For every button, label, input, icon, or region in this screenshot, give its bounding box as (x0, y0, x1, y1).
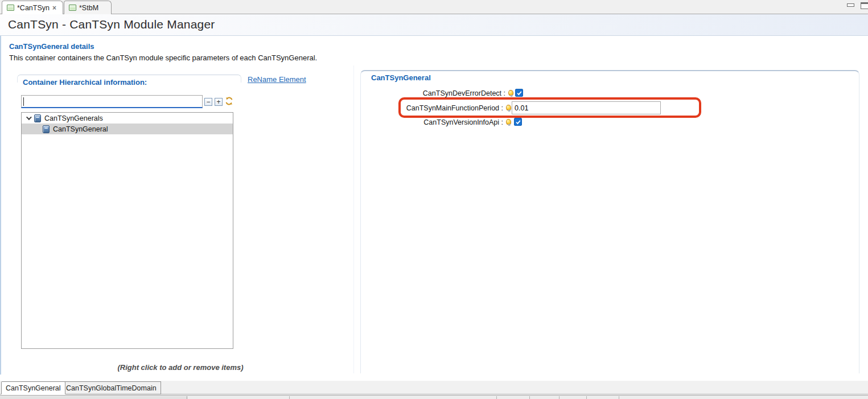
minimize-view-icon[interactable] (847, 3, 854, 7)
form-title-band: CanTSyn - CanTSyn Module Manager (0, 14, 868, 36)
param-label-versioninfoapi: CanTSynVersionInfoApi : (364, 118, 503, 126)
details-description: This container containers the CanTSyn mo… (9, 54, 317, 62)
tree-row-cantsyngenerals[interactable]: CanTSynGenerals (22, 113, 233, 124)
strip-divider (619, 396, 619, 399)
tree-hint-text: (Right click to add or remove items) (21, 363, 340, 372)
text-caret (23, 97, 24, 106)
strip-divider (559, 396, 560, 399)
tree-row-cantsyngeneral[interactable]: CanTSynGeneral (22, 124, 233, 134)
maximize-view-icon[interactable] (861, 2, 868, 9)
hierarchy-section-title: Container Hierarchical information: (20, 78, 149, 87)
rename-element-link[interactable]: ReName Element (248, 75, 306, 84)
tab-cantsyngeneral[interactable]: CanTSynGeneral (1, 381, 65, 394)
container-icon (43, 125, 50, 133)
module-icon (7, 5, 14, 11)
expand-all-icon[interactable]: + (215, 98, 223, 106)
strip-segment (0, 396, 187, 399)
container-hierarchy-tree: CanTSynGenerals CanTSynGeneral (21, 112, 233, 349)
editor-tab-label: *StbM (79, 4, 98, 12)
bottom-cutoff-strip (0, 395, 868, 399)
bottom-tab-label: CanTSynGeneral (6, 384, 61, 392)
panel-divider (353, 65, 354, 373)
deverrordetect-checkbox[interactable] (515, 89, 523, 97)
strip-divider (586, 396, 587, 399)
strip-divider (529, 396, 530, 399)
param-label-mainfunctionperiod: CanTSynMainFunctionPeriod : (364, 104, 503, 112)
editor-tab-stbm[interactable]: *StbM (64, 1, 112, 14)
strip-divider (496, 396, 497, 399)
page-title: CanTSyn - CanTSyn Module Manager (8, 18, 215, 31)
parameters-panel-title: CanTSynGeneral (369, 73, 433, 82)
tab-cantsynglobaltimedomain[interactable]: CanTSynGlobalTimeDomain (61, 381, 161, 394)
chevron-down-icon[interactable] (26, 114, 32, 120)
strip-divider (289, 396, 290, 399)
refresh-icon[interactable] (224, 96, 234, 106)
tree-node-label: CanTSynGenerals (44, 114, 103, 122)
bottom-tab-bar: CanTSynGeneral CanTSynGlobalTimeDomain (0, 381, 868, 394)
details-heading: CanTSynGeneral details (9, 42, 94, 51)
close-icon[interactable]: × (52, 5, 56, 11)
editor-tab-bar: *CanTSyn × *StbM (0, 0, 868, 14)
param-label-deverrordetect: CanTSynDevErrorDetect : (364, 89, 505, 97)
bottom-tab-label: CanTSynGlobalTimeDomain (66, 384, 157, 392)
mainfunctionperiod-input[interactable] (512, 101, 661, 114)
tree-node-label: CanTSynGeneral (53, 125, 108, 133)
parameters-panel (360, 70, 859, 373)
hierarchy-filter-input[interactable] (21, 95, 203, 108)
module-icon (69, 5, 76, 11)
editor-tab-label: *CanTSyn (17, 4, 50, 12)
container-icon (34, 114, 41, 122)
versioninfoapi-checkbox[interactable] (514, 118, 522, 126)
editor-tab-cantsyn[interactable]: *CanTSyn × (2, 1, 63, 14)
collapse-all-icon[interactable]: − (204, 98, 212, 106)
